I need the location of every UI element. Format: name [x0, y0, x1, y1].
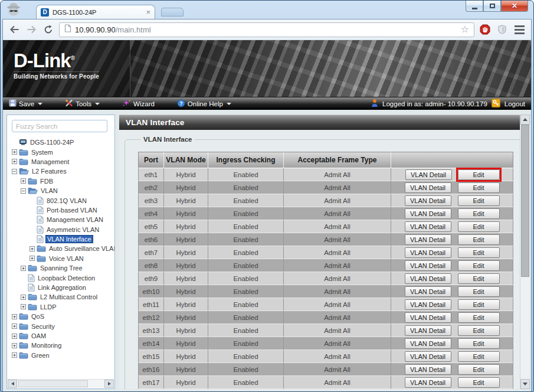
collapse-icon[interactable]: −: [12, 169, 17, 174]
wizard-menu[interactable]: Wizard: [122, 99, 155, 108]
expand-icon[interactable]: +: [30, 256, 35, 261]
online-help-menu[interactable]: ? Online Help: [177, 99, 231, 109]
edit-button[interactable]: Edit: [458, 221, 500, 232]
vlan-detail-button[interactable]: VLAN Detail: [405, 221, 451, 232]
fuzzy-search-input[interactable]: [12, 120, 107, 132]
tree-item-vlan-interface[interactable]: VLAN Interface: [11, 234, 114, 244]
edit-button[interactable]: Edit: [458, 195, 500, 206]
expand-icon[interactable]: +: [21, 178, 26, 184]
close-button[interactable]: ✕: [501, 1, 528, 12]
tree-item-voice-vlan[interactable]: +Voice VLAN: [11, 254, 114, 263]
edit-button[interactable]: Edit: [458, 247, 500, 258]
scroll-up-icon[interactable]: [520, 115, 530, 125]
expand-icon[interactable]: +: [12, 352, 17, 358]
sidebar-hscrollbar[interactable]: [8, 379, 114, 388]
tree-item-vlan[interactable]: −VLAN: [11, 186, 114, 195]
tools-menu[interactable]: Tools: [65, 99, 100, 108]
address-bar[interactable]: 10.90.90.90/main.html ☆: [59, 22, 474, 37]
expand-icon[interactable]: +: [12, 159, 17, 164]
scroll-down-icon[interactable]: [520, 379, 530, 389]
edit-button[interactable]: Edit: [458, 351, 500, 362]
tree-item-port-based-vlan[interactable]: Port-based VLAN: [11, 205, 114, 215]
edit-button[interactable]: Edit: [458, 286, 500, 297]
tree-item-802-1q-vlan[interactable]: 802.1Q VLAN: [11, 195, 114, 205]
tree-item-security[interactable]: +Security: [11, 321, 114, 331]
vlan-detail-button[interactable]: VLAN Detail: [405, 286, 451, 297]
collapse-icon[interactable]: −: [21, 188, 26, 194]
expand-icon[interactable]: +: [12, 334, 17, 339]
expand-icon[interactable]: +: [12, 324, 17, 329]
vlan-detail-button[interactable]: VLAN Detail: [405, 299, 451, 310]
edit-button[interactable]: Edit: [458, 234, 500, 245]
edit-button[interactable]: Edit: [458, 312, 500, 323]
stop-hand-extension-icon[interactable]: [479, 24, 492, 35]
edit-button[interactable]: Edit: [458, 299, 500, 310]
shield-extension-icon[interactable]: [496, 25, 509, 34]
tree-item-monitoring[interactable]: +Monitoring: [11, 341, 114, 350]
logout-link[interactable]: Logout: [504, 100, 525, 107]
forward-icon[interactable]: [25, 25, 38, 34]
tree-item-asymmetric-vlan[interactable]: Asymmetric VLAN: [11, 225, 114, 234]
minimize-button[interactable]: [466, 1, 483, 12]
tree-item-qos[interactable]: +QoS: [11, 312, 114, 321]
tree-item-oam[interactable]: +OAM: [11, 331, 114, 341]
edit-button[interactable]: Edit: [458, 364, 500, 375]
scroll-left-icon[interactable]: [8, 380, 17, 388]
vlan-detail-button[interactable]: VLAN Detail: [405, 338, 451, 349]
tree-item-management[interactable]: +Management: [11, 157, 114, 166]
expand-icon[interactable]: +: [12, 314, 17, 319]
tree-item-link-aggregation[interactable]: Link Aggregation: [11, 283, 114, 292]
edit-button[interactable]: Edit: [458, 182, 500, 193]
reload-icon[interactable]: [42, 25, 55, 34]
scroll-right-icon[interactable]: [104, 380, 114, 388]
save-menu[interactable]: Save: [9, 99, 42, 108]
vlan-detail-button[interactable]: VLAN Detail: [405, 273, 451, 284]
edit-button[interactable]: Edit: [458, 377, 500, 388]
tree-item-auto-surveillance-vlan[interactable]: +Auto Surveillance VLAN: [11, 244, 114, 253]
vscroll-thumb[interactable]: [521, 125, 529, 277]
new-tab-button[interactable]: [161, 8, 184, 17]
tree-item-green[interactable]: +Green: [11, 351, 114, 360]
expand-icon[interactable]: +: [12, 149, 17, 155]
browser-menu-icon[interactable]: [513, 24, 526, 35]
expand-icon[interactable]: +: [21, 295, 26, 300]
tree-item-fdb[interactable]: +FDB: [11, 177, 114, 186]
vlan-detail-button[interactable]: VLAN Detail: [405, 351, 451, 362]
tree-item-management-vlan[interactable]: Management VLAN: [11, 215, 114, 224]
edit-button[interactable]: Edit: [458, 338, 500, 349]
tree-item-l2-multicast-control[interactable]: +L2 Multicast Control: [11, 292, 114, 302]
tree-item-loopback-detection[interactable]: Loopback Detection: [11, 273, 114, 282]
vlan-detail-button[interactable]: VLAN Detail: [405, 377, 451, 388]
expand-icon[interactable]: +: [21, 266, 26, 271]
maximize-button[interactable]: [483, 1, 501, 12]
edit-button[interactable]: Edit: [458, 208, 500, 219]
tab-close-icon[interactable]: ×: [146, 9, 150, 16]
browser-tab[interactable]: D DGS-1100-24P ×: [36, 5, 155, 19]
logout-key-icon[interactable]: [492, 99, 500, 109]
edit-button[interactable]: Edit: [458, 325, 500, 336]
expand-icon[interactable]: +: [21, 304, 26, 309]
vlan-detail-button[interactable]: VLAN Detail: [405, 325, 451, 336]
vlan-detail-button[interactable]: VLAN Detail: [405, 247, 451, 258]
expand-icon[interactable]: +: [12, 343, 17, 348]
tree-item-spanning-tree[interactable]: +Spanning Tree: [11, 263, 114, 273]
edit-button[interactable]: Edit: [458, 260, 500, 271]
vlan-detail-button[interactable]: VLAN Detail: [405, 169, 452, 180]
bookmark-star-icon[interactable]: ☆: [461, 25, 469, 34]
tree-item-lldp[interactable]: +LLDP: [11, 302, 114, 312]
tree-item-system[interactable]: +System: [11, 147, 114, 156]
expand-icon[interactable]: +: [30, 246, 35, 251]
tree-item-l2-features[interactable]: −L2 Features: [11, 166, 114, 176]
content-vscrollbar[interactable]: [520, 115, 530, 389]
vlan-detail-button[interactable]: VLAN Detail: [405, 260, 451, 271]
hscroll-thumb[interactable]: [18, 380, 88, 387]
vlan-detail-button[interactable]: VLAN Detail: [405, 312, 451, 323]
vlan-detail-button[interactable]: VLAN Detail: [405, 195, 451, 206]
vlan-detail-button[interactable]: VLAN Detail: [405, 208, 451, 219]
vlan-detail-button[interactable]: VLAN Detail: [405, 364, 451, 375]
vlan-detail-button[interactable]: VLAN Detail: [405, 182, 451, 193]
edit-button[interactable]: Edit: [458, 273, 500, 284]
edit-button[interactable]: Edit: [458, 169, 500, 180]
back-icon[interactable]: [8, 25, 21, 34]
tree-item-dgs-1100-24p[interactable]: DGS-1100-24P: [11, 138, 114, 147]
